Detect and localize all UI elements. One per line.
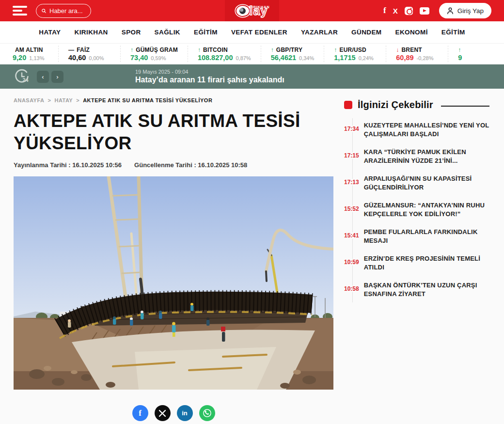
breaking-news-bar: 24 ‹ › 19 Mayıs 2025 - 09:04 Hatay’da ar…	[0, 64, 504, 89]
ticker-change: -0,28%	[417, 55, 434, 61]
list-item[interactable]: 15:41 PEMBE FULARLARLA FARKINDALIK MESAJ…	[344, 228, 489, 245]
item-time: 17:13	[344, 179, 359, 186]
facebook-icon: f	[139, 408, 142, 418]
item-title: BAŞKAN ÖNTÜRK’TEN UZUN ÇARŞI ESNAFINA Zİ…	[364, 281, 489, 298]
ticker-value: 60,89	[396, 54, 413, 62]
ticker-value: 56,4621	[271, 54, 296, 62]
list-item[interactable]: 15:52 GÜZELMANSUR: “ANTAKYA’NIN RUHU KEP…	[344, 201, 489, 219]
article-image-construction-site	[14, 176, 333, 390]
breadcrumb-separator: >	[48, 97, 51, 103]
login-label: Giriş Yap	[457, 7, 484, 15]
nav-item-egitim[interactable]: EĞİTİM	[194, 29, 218, 36]
item-title: ARPALIUŞAĞI’NIN SU KAPASİTESİ GÜÇLENDİRİ…	[364, 174, 489, 192]
ticker-item-gumus-gram[interactable]: ↑GÜMÜŞ GRAM 73,400,59%	[120, 46, 188, 62]
list-item[interactable]: 10:58 BAŞKAN ÖNTÜRK’TEN UZUN ÇARŞI ESNAF…	[344, 281, 489, 298]
youtube-icon[interactable]	[420, 7, 429, 15]
item-time: 10:59	[344, 259, 359, 266]
list-item[interactable]: 17:13 ARPALIUŞAĞI’NIN SU KAPASİTESİ GÜÇL…	[344, 174, 489, 192]
nav-item-kirikhan[interactable]: KIRIKHAN	[75, 29, 108, 36]
next-news-button[interactable]: ›	[51, 71, 63, 83]
nav-item-hatay[interactable]: HATAY	[39, 29, 61, 36]
article-meta: Yayınlanma Tarihi : 16.10.2025 10:56 Gün…	[14, 161, 333, 169]
ticker-item-eur-usd[interactable]: ↑EUR/USD 1,17150,24%	[324, 46, 386, 62]
arrow-up-icon: ↑	[130, 47, 133, 53]
news-date: 19 Mayıs 2025 - 09:04	[135, 69, 284, 75]
updated-date: Güncellenme Tarihi : 16.10.2025 10:58	[134, 161, 247, 169]
nav-item-saglik[interactable]: SAĞLIK	[155, 29, 180, 36]
breadcrumb: ANASAYFA > HATAY > AKTEPE ATIK SU ARITMA…	[14, 97, 333, 103]
arrow-up-icon: ↑	[458, 47, 461, 53]
sidebar-title: İlginizi Çekebilir	[358, 99, 433, 110]
ticker-label: AM ALTIN	[15, 47, 43, 53]
ticker-label: GÜMÜŞ GRAM	[136, 47, 178, 53]
red-square-icon	[344, 101, 352, 109]
last-24h-clock-icon: 24	[14, 68, 30, 85]
ticker-change: 0,00%	[89, 55, 104, 61]
item-time: 17:15	[344, 152, 359, 159]
header-actions: f X Giriş Yap	[383, 3, 491, 18]
trend-icon: —	[68, 47, 74, 53]
search-box[interactable]	[36, 4, 91, 18]
nav-item-gundem[interactable]: GÜNDEM	[351, 29, 381, 36]
share-whatsapp-button[interactable]	[199, 405, 215, 421]
logo-city-label: KIRIKHAN	[249, 5, 269, 9]
logo-wordmark: KIRIKHAN lay	[236, 6, 268, 16]
nav-item-egitim-2[interactable]: EĞİTİM	[441, 29, 465, 36]
share-x-twitter-button[interactable]	[155, 405, 171, 421]
search-icon	[42, 8, 46, 14]
ticker-item-gram-altin[interactable]: AM ALTIN 9,201,13%	[0, 46, 58, 62]
ticker-value: 40,60	[68, 54, 86, 62]
whatsapp-icon	[203, 408, 212, 418]
list-item[interactable]: 10:59 ERZİN’DE KREŞ PROJESİNİN TEMELİ AT…	[344, 254, 489, 272]
svg-text:24: 24	[23, 77, 29, 83]
instagram-icon[interactable]	[405, 7, 413, 15]
ticker-change: 0,87%	[236, 55, 251, 61]
logo-globe-icon	[236, 6, 249, 16]
news-headline[interactable]: Hatay’da aranan 11 firari şahıs yakaland…	[135, 76, 284, 84]
nav-item-spor[interactable]: SPOR	[122, 29, 141, 36]
main-nav: HATAY KIRIKHAN SPOR SAĞLIK EĞİTİM VEFAT …	[0, 21, 504, 44]
ticker-label: BRENT	[401, 47, 422, 53]
item-title: PEMBE FULARLARLA FARKINDALIK MESAJI	[364, 228, 489, 245]
search-input[interactable]	[49, 7, 85, 15]
ticker-item-faiz[interactable]: —FAİZ 40,600,00%	[58, 46, 120, 62]
divider	[441, 106, 489, 107]
share-linkedin-button[interactable]: in	[177, 405, 193, 421]
ticker-item-brent[interactable]: ↓BRENT 60,89-0,28%	[386, 46, 448, 62]
item-title: KUZEYTEPE MAHALLESİ’NDE YENİ YOL ÇALIŞMA…	[364, 121, 489, 139]
ticker-value: 108.827,00	[198, 54, 233, 62]
x-twitter-icon	[159, 410, 166, 417]
list-item[interactable]: 17:34 KUZEYTEPE MAHALLESİ’NDE YENİ YOL Ç…	[344, 121, 489, 139]
ticker-item-gbp-try[interactable]: ↑GBP/TRY 56,46210,34%	[261, 46, 324, 62]
ticker-item-bitcoin[interactable]: ↑BITCOIN 108.827,000,87%	[188, 46, 261, 62]
nav-item-ekonomi[interactable]: EKONOMİ	[395, 29, 428, 36]
list-item[interactable]: 17:15 KARA “TÜRKİYE PAMUK EKİLEN ARAZİLE…	[344, 148, 489, 165]
share-bar: f in	[14, 405, 333, 421]
ticker-change: 0,24%	[359, 55, 374, 61]
nav-item-vefat-edenler[interactable]: VEFAT EDENLER	[231, 29, 287, 36]
article-column: ANASAYFA > HATAY > AKTEPE ATIK SU ARITMA…	[14, 97, 333, 424]
login-button[interactable]: Giriş Yap	[439, 3, 491, 18]
item-title: KARA “TÜRKİYE PAMUK EKİLEN ARAZİLERİNİN …	[364, 148, 489, 165]
item-time: 10:58	[344, 285, 359, 292]
ticker-item-partial[interactable]: ↑ 9	[448, 46, 474, 62]
sidebar-header: İlginizi Çekebilir	[344, 99, 489, 110]
ticker-change: 1,13%	[29, 55, 44, 61]
x-twitter-icon[interactable]: X	[393, 7, 398, 15]
share-facebook-button[interactable]: f	[132, 405, 148, 421]
related-news-sidebar: İlginizi Çekebilir 17:34 KUZEYTEPE MAHAL…	[344, 97, 489, 424]
arrow-up-icon: ↑	[334, 47, 337, 53]
article-title: AKTEPE ATIK SU ARITMA TESİSİ YÜKSELİYOR	[14, 110, 333, 155]
nav-item-yazarlar[interactable]: YAZARLAR	[301, 29, 338, 36]
menu-icon[interactable]	[13, 6, 27, 16]
arrow-up-icon: ↑	[271, 47, 274, 53]
page: KIRIKHAN lay f X Giriş Yap HATAY KIRIKHA…	[0, 0, 504, 424]
finance-ticker: AM ALTIN 9,201,13% —FAİZ 40,600,00% ↑GÜM…	[0, 44, 504, 64]
related-news-list: 17:34 KUZEYTEPE MAHALLESİ’NDE YENİ YOL Ç…	[344, 121, 489, 298]
prev-news-button[interactable]: ‹	[37, 71, 49, 83]
site-logo[interactable]: KIRIKHAN lay	[225, 0, 279, 21]
facebook-icon[interactable]: f	[383, 6, 386, 16]
breadcrumb-home[interactable]: ANASAYFA	[14, 97, 45, 103]
arrow-down-icon: ↓	[396, 47, 399, 53]
breadcrumb-section[interactable]: HATAY	[54, 97, 73, 103]
